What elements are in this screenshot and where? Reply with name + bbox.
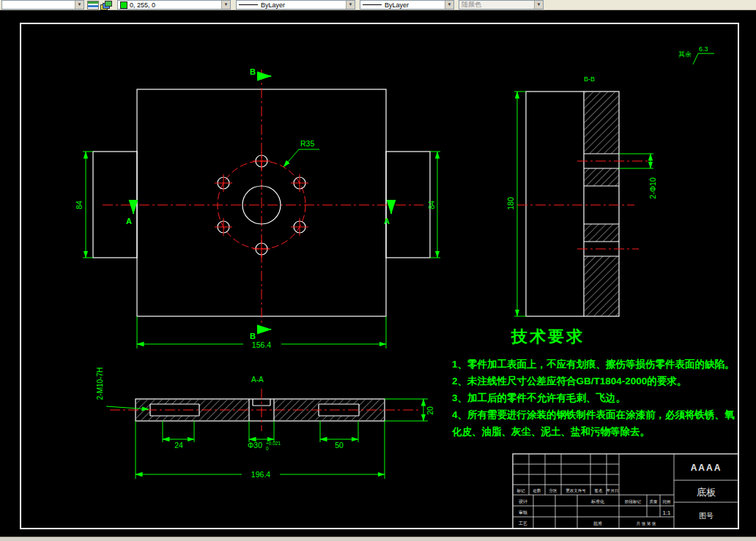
layer-manager-icon[interactable] (87, 1, 99, 10)
tech-requirement-item: 1、零件加工表面上，不应有划痕、擦伤等损伤零件表面的缺陷。 (452, 356, 743, 373)
dim-phi30-tol-lower: 0 (266, 446, 269, 451)
section-a-left-label: A (126, 217, 132, 225)
dim-84-right: 84 (427, 201, 436, 209)
tb-drawing-no: 图号 (699, 512, 714, 520)
dim-156-4: 156.4 (252, 340, 271, 349)
section-a-right-label: A (384, 217, 390, 225)
tb-process: 工艺 (519, 521, 527, 526)
dim-20: 20 (426, 406, 434, 415)
section-bb-label: B-B (584, 75, 595, 83)
tb-part-name: 底板 (697, 487, 716, 498)
front-view: R35 B B A A 84 84 156.4 (75, 67, 440, 349)
lineweight-dropdown[interactable]: ByLayer ▼ (360, 0, 454, 10)
tb-rev-mark: 标记 (516, 488, 526, 493)
dim-phi30: Φ30 (248, 441, 262, 449)
tb-rev-count: 处数 (533, 488, 542, 493)
dim-196-4: 196.4 (251, 470, 270, 479)
drawing-frame (21, 23, 738, 529)
section-b-top-label: B (250, 67, 256, 76)
dim-180: 180 (506, 197, 515, 210)
side-section-view: B-B 180 2-Φ10 (506, 75, 657, 316)
linetype-sample (239, 4, 258, 5)
tb-checker: 审核 (519, 510, 527, 515)
title-block: 标记 处数 分区 更改文件号 签名 年月日 设计 审核 工艺 标准化 批准 阶段… (513, 454, 738, 529)
dim-84-left: 84 (75, 201, 84, 209)
tb-company: AAAA (691, 463, 722, 473)
chevron-down-icon[interactable]: ▼ (346, 1, 355, 9)
tech-requirement-item: 4、所有需要进行涂装的钢铁制件表面在涂漆前，必须将铁锈、氧化皮、油脂、灰尘、泥土… (452, 406, 743, 440)
chevron-down-icon[interactable]: ▼ (221, 1, 230, 9)
tech-requirements-title: 技术要求 (511, 326, 585, 348)
tb-approver: 批准 (593, 521, 602, 526)
color-swatch (120, 1, 127, 9)
lineweight-dropdown-value: ByLayer (385, 1, 409, 9)
tb-mass-label: 质量 (650, 499, 659, 504)
dim-24: 24 (174, 441, 183, 449)
tech-requirement-item: 2、未注线性尺寸公差应符合GB/T1804-2000的要求。 (452, 373, 743, 389)
plotstyle-dropdown-value: 随颜色 (462, 0, 481, 10)
chevron-down-icon[interactable]: ▼ (75, 1, 84, 9)
dim-2-phi10: 2-Φ10 (648, 177, 657, 199)
layer-manager-glyph (87, 1, 99, 10)
tb-standardization: 标准化 (590, 499, 604, 504)
r35-label: R35 (300, 139, 314, 148)
status-strip (0, 537, 756, 541)
color-dropdown-value: 0, 255, 0 (130, 1, 155, 9)
layers-icon[interactable] (100, 1, 112, 10)
chevron-down-icon[interactable]: ▼ (445, 1, 453, 9)
section-b-bottom-label: B (250, 332, 256, 340)
tb-rev-docno: 更改文件号 (566, 488, 586, 493)
chevron-down-icon: ▼ (534, 1, 543, 9)
tech-requirements-list: 1、零件加工表面上，不应有划痕、擦伤等损伤零件表面的缺陷。 2、未注线性尺寸公差… (452, 356, 743, 440)
linetype-dropdown-value: ByLayer (261, 1, 285, 9)
surface-prefix-label: 其余 (678, 51, 692, 58)
tb-rev-sign: 签名 (595, 488, 603, 493)
bottom-section-view: A-A 2-M10-7H 24 Φ30 +0.021 0 50 (96, 367, 434, 479)
tap-note-label: 2-M10-7H (96, 367, 104, 400)
tb-stage-label: 阶段标记 (625, 499, 642, 504)
layer-dropdown[interactable]: ▼ (1, 0, 84, 10)
drawing-area[interactable]: 其余 6.3 R35 B B A A (0, 10, 756, 537)
color-dropdown[interactable]: 0, 255, 0 ▼ (117, 0, 231, 10)
tb-scale-label: 比例 (663, 499, 671, 504)
tech-requirement-item: 3、加工后的零件不允许有毛刺、飞边。 (452, 389, 743, 406)
surface-roughness-symbol: 其余 6.3 (678, 45, 714, 64)
dim-phi30-tol-upper: +0.021 (266, 441, 281, 446)
plotstyle-dropdown[interactable]: 随颜色 ▼ (459, 0, 544, 10)
lineweight-sample (363, 4, 382, 5)
surface-finish-label: 6.3 (699, 45, 708, 53)
dim-50: 50 (335, 441, 344, 449)
layers-glyph (100, 1, 112, 10)
section-aa-label: A-A (251, 376, 264, 384)
tb-rev-zone: 分区 (549, 488, 558, 493)
object-properties-toolbar: ▼ 0, 255, 0 ▼ ByLayer ▼ ByLayer ▼ 随颜色 ▼ (0, 0, 756, 10)
linetype-dropdown[interactable]: ByLayer ▼ (236, 0, 355, 10)
tb-rev-date: 年月日 (607, 488, 619, 493)
tb-sheets-label: 共 张 第 张 (636, 521, 656, 526)
drawing-svg: 其余 6.3 R35 B B A A (0, 10, 756, 537)
tb-scale-value: 1:1 (662, 510, 671, 516)
tb-designer: 设计 (519, 499, 527, 504)
